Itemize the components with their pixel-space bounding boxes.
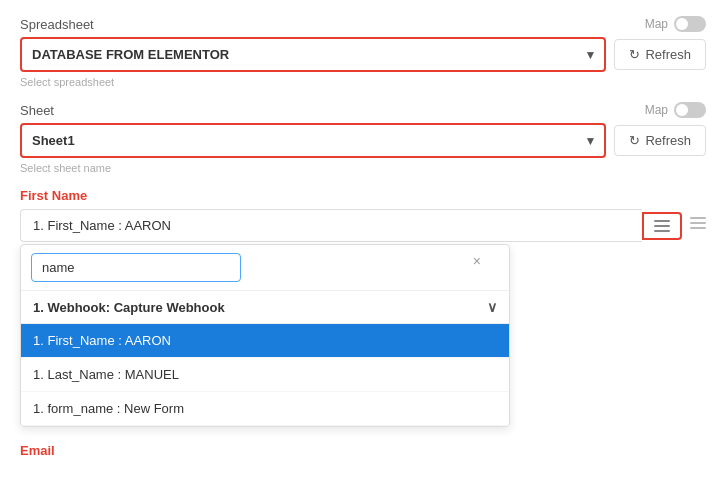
spreadsheet-select-wrapper: DATABASE FROM ELEMENTOR ▼: [20, 37, 606, 72]
dropdown-group-label: 1. Webhook: Capture Webhook: [33, 300, 225, 315]
sheet-label: Sheet: [20, 103, 54, 118]
sheet-select-wrapper: Sheet1 ▼: [20, 123, 606, 158]
spreadsheet-select[interactable]: DATABASE FROM ELEMENTOR: [20, 37, 606, 72]
dropdown-popup: × 1. Webhook: Capture Webhook ∨ 1. First…: [20, 244, 510, 427]
dropdown-item-2[interactable]: 1. form_name : New Form: [21, 392, 509, 426]
search-row: ×: [21, 245, 509, 291]
search-clear-icon[interactable]: ×: [473, 253, 481, 269]
sheet-helper-text: Select sheet name: [20, 162, 706, 174]
spreadsheet-refresh-icon: ↻: [629, 47, 640, 62]
sheet-select[interactable]: Sheet1: [20, 123, 606, 158]
dropdown-item-0[interactable]: 1. First_Name : AARON: [21, 324, 509, 358]
dropdown-item-1[interactable]: 1. Last_Name : MANUEL: [21, 358, 509, 392]
dropdown-group-header[interactable]: 1. Webhook: Capture Webhook ∨: [21, 291, 509, 324]
spreadsheet-map-toggle[interactable]: [674, 16, 706, 32]
email-label: Email: [20, 443, 706, 458]
spreadsheet-map-label: Map: [645, 17, 668, 31]
spreadsheet-refresh-label: Refresh: [645, 47, 691, 62]
first-name-menu-icon: [654, 220, 670, 232]
spreadsheet-refresh-button[interactable]: ↻ Refresh: [614, 39, 706, 70]
sheet-refresh-icon: ↻: [629, 133, 640, 148]
first-name-menu-button[interactable]: [642, 212, 682, 240]
sheet-map-toggle[interactable]: [674, 102, 706, 118]
spreadsheet-label: Spreadsheet: [20, 17, 94, 32]
first-name-value[interactable]: 1. First_Name : AARON: [20, 209, 642, 242]
sheet-map-label: Map: [645, 103, 668, 117]
spreadsheet-helper-text: Select spreadsheet: [20, 76, 706, 88]
search-input[interactable]: [31, 253, 241, 282]
side-menu-icon[interactable]: [690, 209, 706, 229]
sheet-refresh-label: Refresh: [645, 133, 691, 148]
first-name-label: First Name: [20, 188, 706, 203]
search-wrapper: ×: [31, 253, 499, 282]
sheet-refresh-button[interactable]: ↻ Refresh: [614, 125, 706, 156]
first-name-main: 1. First_Name : AARON ×: [20, 209, 682, 427]
chevron-down-icon: ∨: [487, 299, 497, 315]
